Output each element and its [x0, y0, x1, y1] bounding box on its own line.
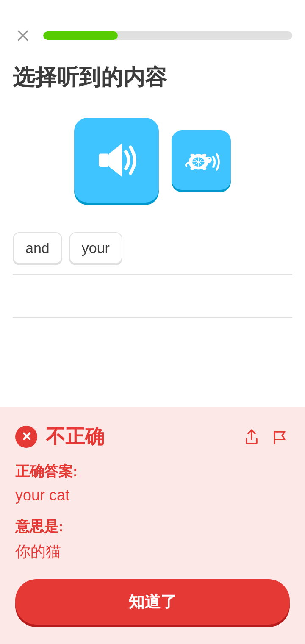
svg-marker-3 — [109, 143, 122, 177]
svg-point-10 — [205, 157, 212, 163]
correct-answer-label: 正确答案: — [15, 462, 290, 481]
close-icon — [15, 28, 30, 43]
svg-rect-2 — [99, 154, 109, 167]
error-x-symbol: ✕ — [21, 430, 32, 443]
slow-speed-button[interactable] — [172, 130, 231, 190]
divider-bottom — [13, 317, 292, 318]
meaning-label: 意思是: — [15, 517, 290, 536]
progress-bar — [43, 31, 292, 40]
word-chips-area: and your — [0, 228, 305, 274]
normal-speed-button[interactable] — [74, 118, 159, 203]
result-header: ✕ 不正确 — [15, 424, 290, 450]
meaning-text: 你的猫 — [15, 541, 290, 562]
answer-area — [0, 275, 305, 317]
error-icon: ✕ — [15, 426, 37, 448]
word-chip-your[interactable]: your — [69, 232, 122, 264]
flag-icon — [271, 427, 290, 446]
result-title: 不正确 — [46, 424, 104, 450]
speaker-icon — [93, 137, 140, 183]
share-button[interactable] — [242, 427, 261, 446]
audio-buttons-area — [0, 109, 305, 228]
word-chips-row: and your — [13, 232, 292, 274]
confirm-button[interactable]: 知道了 — [15, 579, 290, 625]
header — [0, 0, 305, 54]
progress-bar-fill — [43, 31, 118, 40]
turtle-speaker-icon — [180, 143, 222, 177]
page-title: 选择听到的内容 — [0, 54, 305, 109]
close-button[interactable] — [13, 25, 33, 46]
flag-button[interactable] — [271, 427, 290, 446]
correct-answer-text: your cat — [15, 486, 290, 504]
result-panel: ✕ 不正确 正确答案: your cat 意思是: 你的猫 知道了 — [0, 407, 305, 644]
svg-point-11 — [209, 158, 210, 159]
share-icon — [242, 427, 261, 446]
word-chip-and[interactable]: and — [13, 232, 62, 264]
result-left: ✕ 不正确 — [15, 424, 104, 450]
result-actions — [242, 427, 290, 446]
